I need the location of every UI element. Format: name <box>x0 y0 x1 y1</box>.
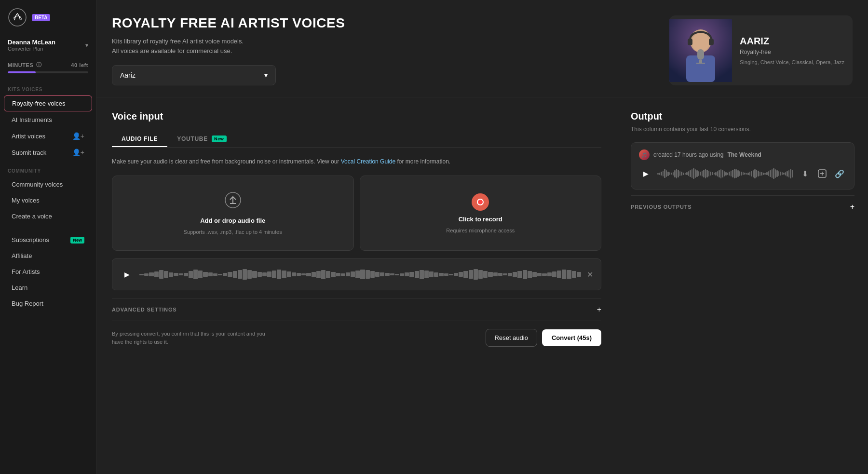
user-menu[interactable]: Deanna McLean Converter Plan ▾ <box>0 35 96 55</box>
sidebar-item-label: Bug Report <box>12 300 43 307</box>
sidebar-item-label: AI Instruments <box>12 116 52 123</box>
output-waveform <box>657 165 793 182</box>
sidebar-item-label: Submit track <box>12 149 46 156</box>
minutes-progress-bar <box>8 71 88 73</box>
sidebar-item-affiliate[interactable]: Affiliate <box>4 248 92 263</box>
output-avatar: 🎵 <box>639 149 650 160</box>
add-artist-voice-icon: 👤+ <box>72 132 84 140</box>
sidebar-item-my-voices[interactable]: My voices <box>4 193 92 208</box>
user-plan: Converter Plan <box>8 46 55 52</box>
record-audio-card[interactable]: Click to record Requires microphone acce… <box>360 176 602 251</box>
youtube-new-badge: New <box>212 135 227 142</box>
sidebar-item-community-voices[interactable]: Community voices <box>4 177 92 192</box>
artist-image <box>669 19 732 82</box>
sidebar: BETA Deanna McLean Converter Plan ▾ MINU… <box>0 0 96 474</box>
output-panel: Output This column contains your last 10… <box>617 97 868 474</box>
subscriptions-new-badge: New <box>70 237 84 244</box>
top-section: ROYALTY FREE AI ARTIST VOICES Kits libra… <box>96 0 868 97</box>
svg-rect-7 <box>697 49 704 60</box>
reset-audio-button[interactable]: Reset audio <box>486 329 537 347</box>
output-player: ▶ ⬇ 🔗 <box>639 165 846 182</box>
add-audio-file-card[interactable]: Add or drop audio file Supports .wav, .m… <box>112 176 354 251</box>
close-waveform-button[interactable]: ✕ <box>587 270 593 279</box>
sidebar-item-bug-report[interactable]: Bug Report <box>4 296 92 311</box>
record-subtitle: Requires microphone access <box>446 228 515 233</box>
share-link-button[interactable]: 🔗 <box>833 167 846 180</box>
sidebar-item-create-voice[interactable]: Create a voice <box>4 209 92 224</box>
sidebar-item-label: Royalty-free voices <box>12 100 66 107</box>
user-chevron-icon: ▾ <box>85 42 88 49</box>
sidebar-item-royalty-free[interactable]: Royalty-free voices <box>4 95 92 111</box>
voice-selector-value: Aariz <box>120 71 136 79</box>
sidebar-item-label: Affiliate <box>12 252 32 259</box>
artist-type: Royalty-free <box>740 49 845 55</box>
tab-youtube[interactable]: YOUTUBE New <box>167 132 236 147</box>
sidebar-item-label: Community voices <box>12 181 63 188</box>
voice-input-title: Voice input <box>112 111 601 122</box>
add-to-playlist-button[interactable] <box>815 167 829 180</box>
artist-name: AARIZ <box>740 36 845 47</box>
sidebar-item-label: My voices <box>12 197 40 204</box>
previous-outputs[interactable]: PREVIOUS OUTPUTS + <box>631 195 854 218</box>
sidebar-item-artist-voices[interactable]: Artist voices 👤+ <box>4 128 92 144</box>
output-subtitle: This column contains your last 10 conver… <box>631 126 854 133</box>
artist-card: AARIZ Royalty-free Singing, Chest Voice,… <box>669 15 853 85</box>
voice-selector[interactable]: Aariz ▾ <box>112 65 276 85</box>
main-content: ROYALTY FREE AI ARTIST VOICES Kits libra… <box>96 0 868 474</box>
beta-badge: BETA <box>32 14 50 21</box>
bottom-section: Voice input AUDIO FILE YOUTUBE New Make … <box>96 97 868 474</box>
artist-tags: Singing, Chest Voice, Classical, Opera, … <box>740 59 845 65</box>
svg-rect-6 <box>709 39 714 45</box>
record-dot <box>477 199 484 205</box>
waveform <box>139 265 581 284</box>
minutes-info-icon: ⓘ <box>36 61 42 68</box>
output-title: Output <box>631 111 854 122</box>
sidebar-item-ai-instruments[interactable]: AI Instruments <box>4 112 92 127</box>
sidebar-item-label: Create a voice <box>12 213 52 220</box>
tab-audio-file[interactable]: AUDIO FILE <box>112 132 167 147</box>
voice-input-tabs: AUDIO FILE YOUTUBE New <box>112 132 601 148</box>
community-label: COMMUNITY <box>0 161 96 176</box>
convert-note: By pressing convert, you confirm that th… <box>112 330 266 346</box>
kits-voices-label: KITS VOICES <box>0 79 96 95</box>
minutes-count: 40 left <box>71 62 88 68</box>
page-subtitle: Kits library of royalty free AI artist v… <box>112 37 654 55</box>
user-name: Deanna McLean <box>8 39 55 46</box>
tab-info: Make sure your audio is clear and free f… <box>112 157 601 166</box>
user-info: Deanna McLean Converter Plan <box>8 39 55 52</box>
download-button[interactable]: ⬇ <box>798 167 812 180</box>
previous-outputs-expand-icon: + <box>850 203 854 211</box>
add-audio-subtitle: Supports .wav, .mp3, .flac up to 4 minut… <box>184 229 282 235</box>
svg-rect-9 <box>696 63 705 64</box>
previous-outputs-label: PREVIOUS OUTPUTS <box>631 204 692 210</box>
voice-input-panel: Voice input AUDIO FILE YOUTUBE New Make … <box>96 97 617 474</box>
convert-button[interactable]: Convert (45s) <box>542 329 601 346</box>
vocal-creation-guide-link[interactable]: Vocal Creation Guide <box>341 158 395 165</box>
output-actions: ⬇ 🔗 <box>798 167 846 180</box>
output-artist-name: The Weeknd <box>727 151 761 158</box>
logo-icon <box>8 8 27 27</box>
upload-grid: Add or drop audio file Supports .wav, .m… <box>112 176 601 251</box>
upload-icon <box>224 191 242 212</box>
output-play-button[interactable]: ▶ <box>639 167 652 180</box>
convert-actions: Reset audio Convert (45s) <box>486 329 601 347</box>
play-button[interactable]: ▶ <box>120 268 134 281</box>
minutes-section: MINUTES ⓘ 40 left <box>0 55 96 79</box>
minutes-label: MINUTES ⓘ 40 left <box>8 61 88 68</box>
voice-selector-chevron-icon: ▾ <box>264 71 268 79</box>
add-track-icon: 👤+ <box>72 149 84 156</box>
sidebar-item-subscriptions[interactable]: Subscriptions New <box>4 232 92 247</box>
minutes-progress-fill <box>8 71 36 73</box>
sidebar-item-for-artists[interactable]: For Artists <box>4 264 92 279</box>
artist-portrait <box>669 19 732 82</box>
sidebar-item-learn[interactable]: Learn <box>4 280 92 295</box>
record-title: Click to record <box>459 216 502 223</box>
add-audio-title: Add or drop audio file <box>200 217 265 224</box>
advanced-settings-expand-icon: + <box>597 305 601 314</box>
advanced-settings[interactable]: ADVANCED SETTINGS + <box>112 298 601 321</box>
advanced-settings-label: ADVANCED SETTINGS <box>112 307 177 312</box>
artist-info: AARIZ Royalty-free Singing, Chest Voice,… <box>732 28 853 73</box>
sidebar-item-submit-track[interactable]: Submit track 👤+ <box>4 145 92 160</box>
svg-point-0 <box>9 9 26 26</box>
sidebar-item-label: Artist voices <box>12 133 45 140</box>
